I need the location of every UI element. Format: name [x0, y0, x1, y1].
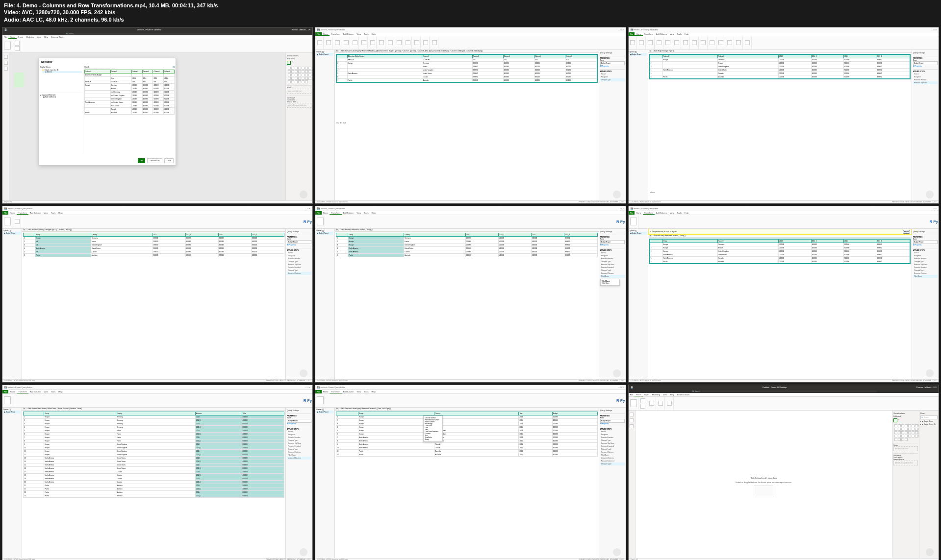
ribbon-button[interactable]: [335, 40, 340, 45]
cell[interactable]: 2014: [779, 239, 811, 243]
ribbon-button[interactable]: [630, 40, 635, 45]
ribbon-button[interactable]: [701, 40, 706, 45]
ribbon-button[interactable]: [639, 40, 644, 45]
table-row[interactable]: 2EuropeGermany200000400000600000800000: [336, 61, 597, 65]
cell[interactable]: Column4: [503, 54, 534, 58]
table-row[interactable]: 4North AmericaUnited States2000004000006…: [650, 253, 910, 256]
table-row[interactable]: 22PacificAustralia2014_1400000: [24, 487, 284, 490]
suggested-item[interactable]: ▦ Table 1 (Sheet1): [40, 96, 82, 98]
cell[interactable]: 2015: [532, 233, 564, 236]
cell[interactable]: 2014: [465, 233, 498, 236]
ribbon-button[interactable]: [736, 40, 741, 45]
table-row[interactable]: 12PacificAustralia2015600000: [336, 453, 597, 456]
cell[interactable]: [336, 54, 347, 58]
table-row[interactable]: 13North AmericaUnited States2014200000: [24, 456, 284, 460]
table-row[interactable]: 23PacificAustralia2015600000: [24, 490, 284, 494]
cell[interactable]: Value: [242, 412, 284, 415]
cell[interactable]: Column3: [472, 54, 503, 58]
ribbon-button[interactable]: [665, 40, 670, 45]
tab-addcol[interactable]: Add Column: [342, 32, 356, 36]
cell[interactable]: Column3: [131, 70, 142, 73]
table-row[interactable]: 5nullCanada200000400000600000800000: [24, 250, 284, 253]
cell[interactable]: 2015: [844, 54, 876, 58]
applied-step[interactable]: Unpivoted Columns: [287, 457, 311, 460]
tab-insert[interactable]: Insert: [17, 35, 25, 39]
table-row[interactable]: 5EuropeFrance2014200000: [24, 429, 284, 432]
cancel-button[interactable]: Cancel: [164, 158, 174, 163]
report-view-icon[interactable]: [4, 55, 8, 59]
cell[interactable]: Country: [116, 412, 195, 415]
table-row[interactable]: 2France200000400000600000800000: [650, 61, 910, 65]
table-row[interactable]: 2EuropeFrance200000400000600000800000: [650, 246, 910, 249]
cell[interactable]: Group: [348, 233, 404, 236]
ribbon-button[interactable]: [745, 40, 750, 45]
cell[interactable]: [24, 233, 35, 236]
all-props[interactable]: All Properties: [600, 65, 625, 67]
applied-step[interactable]: Changed Type2: [600, 463, 625, 465]
applied-step[interactable]: Filled Down: [913, 275, 938, 278]
cell[interactable]: Country: [404, 233, 466, 236]
table-row[interactable]: 6PacificAustralia20000040000060000080000…: [24, 253, 284, 257]
cell[interactable]: 2015_1: [564, 233, 597, 236]
drill-drop[interactable]: Add drill-through fields here: [287, 103, 311, 108]
formula-text[interactable]: = Table.TransformColumnTypes(#"Promoted …: [340, 50, 483, 52]
table-row[interactable]: 10EuropeUnited Kingdom2014_1400000: [24, 446, 284, 449]
table-row[interactable]: 14North AmericaUnited States2014_1400000: [24, 460, 284, 463]
cell[interactable]: Group: [44, 412, 116, 415]
table-row[interactable]: 8EuropeFrance2015_1800000: [24, 439, 284, 442]
table-row[interactable]: 18North AmericaCanada2014_1400000: [24, 473, 284, 477]
tab-help[interactable]: Help: [370, 32, 377, 36]
cell[interactable]: Country: [434, 412, 519, 415]
ribbon-button[interactable]: [353, 40, 357, 45]
table-row[interactable]: REGIONCOUNTRYunittotalunittotal: [85, 80, 175, 83]
cell[interactable]: [336, 412, 358, 415]
cell[interactable]: Column6: [565, 54, 597, 58]
table-row[interactable]: 5North AmericaCanada20000040000060000080…: [336, 250, 597, 253]
table-row[interactable]: 3EuropeUnited Kingdom2000004000006000008…: [650, 249, 910, 253]
applied-step[interactable]: Removed Top Rows: [913, 81, 938, 84]
ribbon-button[interactable]: [406, 40, 410, 45]
ribbon-button[interactable]: [674, 40, 679, 45]
table-row[interactable]: 6EuropeFrance2014_1400000: [24, 432, 284, 436]
values-drop[interactable]: Add data fields here: [287, 89, 311, 94]
cell[interactable]: Column2: [422, 54, 472, 58]
cell[interactable]: Column5: [534, 54, 565, 58]
model-view-icon[interactable]: [4, 67, 8, 71]
ribbon-button[interactable]: [432, 40, 437, 45]
cell[interactable]: Column1: [662, 54, 717, 58]
sheet-node[interactable]: ☑ Sheet1: [42, 71, 82, 73]
cell[interactable]: [650, 239, 662, 243]
cell[interactable]: Budget: [552, 412, 597, 415]
table-row[interactable]: 1EuropeGermany200000400000600000800000: [650, 58, 910, 61]
table-row[interactable]: 3France200000400000600000800000: [336, 65, 597, 68]
tab-help[interactable]: Help: [43, 35, 50, 39]
table-row[interactable]: 16North AmericaUnited States2015_1800000: [24, 466, 284, 470]
applied-step[interactable]: Filled Down: [600, 275, 625, 278]
table-row[interactable]: 12EuropeUnited Kingdom2015_1800000: [24, 453, 284, 456]
play-icon[interactable]: ▷: [292, 61, 293, 65]
cell[interactable]: 2014_1: [185, 233, 218, 236]
table-row[interactable]: 6PacificAustralia20000040000060000080000…: [650, 75, 910, 79]
build-icon[interactable]: [287, 61, 291, 65]
cell[interactable]: Adventure Works Budget: [347, 54, 422, 58]
table-row[interactable]: 6PacificAustralia20000040000060000080000…: [650, 260, 910, 264]
ribbon-button[interactable]: [388, 40, 393, 45]
cell[interactable]: Column2: [110, 70, 131, 73]
data-table[interactable]: Adventure Works BudgetColumn2Column3Colu…: [336, 54, 597, 83]
ribbon-button[interactable]: [379, 40, 384, 45]
table-row[interactable]: 17North AmericaCanada2014200000: [24, 470, 284, 473]
table-row[interactable]: 3EuropeUnited Kingdom2000004000006000008…: [336, 243, 597, 246]
table-row[interactable]: 5Canada200000400000600000800000: [650, 72, 910, 75]
table-row[interactable]: 3EuropeFrance2014200000: [336, 422, 597, 425]
tab-tools[interactable]: Tools: [362, 32, 370, 36]
ribbon-button[interactable]: [692, 40, 697, 45]
table-row[interactable]: 1EuropeGermany200000400000600000800000: [24, 236, 284, 240]
table-row[interactable]: 1REGIONCOUNTRY2014201420152015: [336, 58, 597, 61]
ribbon-button[interactable]: [648, 40, 653, 45]
table-row[interactable]: 1EuropeGermany2014200000: [24, 415, 284, 418]
tab-home[interactable]: Home: [8, 35, 17, 39]
name-input[interactable]: Budget Report: [600, 61, 625, 65]
cell[interactable]: Year: [519, 412, 552, 415]
table-row[interactable]: 3nullUnited Kingdom200000400000600000800…: [24, 243, 284, 246]
cell[interactable]: Column6: [164, 70, 175, 73]
